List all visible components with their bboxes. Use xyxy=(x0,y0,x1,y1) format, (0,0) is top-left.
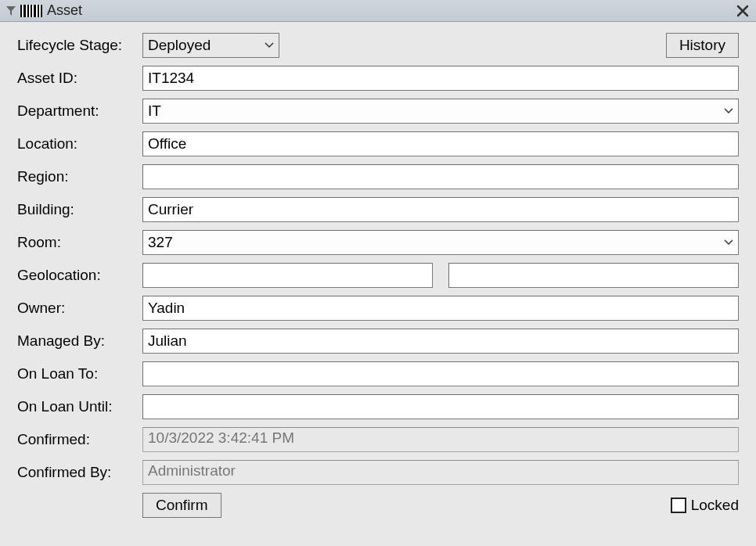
confirm-button[interactable]: Confirm xyxy=(142,493,221,518)
owner-input[interactable] xyxy=(142,296,739,321)
managed-by-input[interactable] xyxy=(142,329,739,354)
barcode-icon xyxy=(20,5,42,17)
history-button[interactable]: History xyxy=(666,33,739,58)
locked-label: Locked xyxy=(691,497,739,514)
window-title: Asset xyxy=(47,2,734,19)
confirmed-by-label: Confirmed By: xyxy=(17,464,142,481)
on-loan-to-input[interactable] xyxy=(142,361,739,386)
on-loan-until-label: On Loan Until: xyxy=(17,398,142,415)
asset-id-label: Asset ID: xyxy=(17,70,142,87)
region-label: Region: xyxy=(17,168,142,185)
owner-label: Owner: xyxy=(17,300,142,317)
building-input[interactable] xyxy=(142,197,739,222)
geolocation-lat-input[interactable] xyxy=(142,263,433,288)
chevron-down-icon xyxy=(724,108,733,114)
filter-icon xyxy=(5,5,17,17)
geolocation-lon-input[interactable] xyxy=(448,263,739,288)
on-loan-to-label: On Loan To: xyxy=(17,365,142,383)
managed-by-label: Managed By: xyxy=(17,332,142,350)
locked-checkbox-wrap[interactable]: Locked xyxy=(671,497,739,514)
building-label: Building: xyxy=(17,201,142,218)
locked-checkbox[interactable] xyxy=(671,498,686,513)
location-input[interactable] xyxy=(142,131,739,156)
asset-id-input[interactable] xyxy=(142,66,739,91)
room-value: 327 xyxy=(148,234,716,251)
asset-form: Lifecycle Stage: Deployed History Asset … xyxy=(0,22,756,526)
on-loan-until-input[interactable] xyxy=(142,394,739,419)
titlebar: Asset xyxy=(0,0,756,22)
lifecycle-stage-label: Lifecycle Stage: xyxy=(17,37,142,54)
svg-marker-0 xyxy=(6,6,16,16)
confirmed-value: 10/3/2022 3:42:41 PM xyxy=(142,427,739,452)
chevron-down-icon xyxy=(724,239,733,246)
confirmed-label: Confirmed: xyxy=(17,431,142,448)
geolocation-label: Geolocation: xyxy=(17,267,142,284)
room-label: Room: xyxy=(17,234,142,251)
close-icon[interactable] xyxy=(734,2,751,20)
department-select[interactable]: IT xyxy=(142,99,739,124)
department-value: IT xyxy=(148,102,716,120)
region-input[interactable] xyxy=(142,164,739,189)
room-select[interactable]: 327 xyxy=(142,230,739,255)
location-label: Location: xyxy=(17,135,142,153)
lifecycle-stage-value: Deployed xyxy=(148,37,257,54)
confirmed-by-value: Administrator xyxy=(142,460,739,485)
chevron-down-icon xyxy=(265,42,274,48)
lifecycle-stage-select[interactable]: Deployed xyxy=(142,33,279,58)
department-label: Department: xyxy=(17,102,142,120)
